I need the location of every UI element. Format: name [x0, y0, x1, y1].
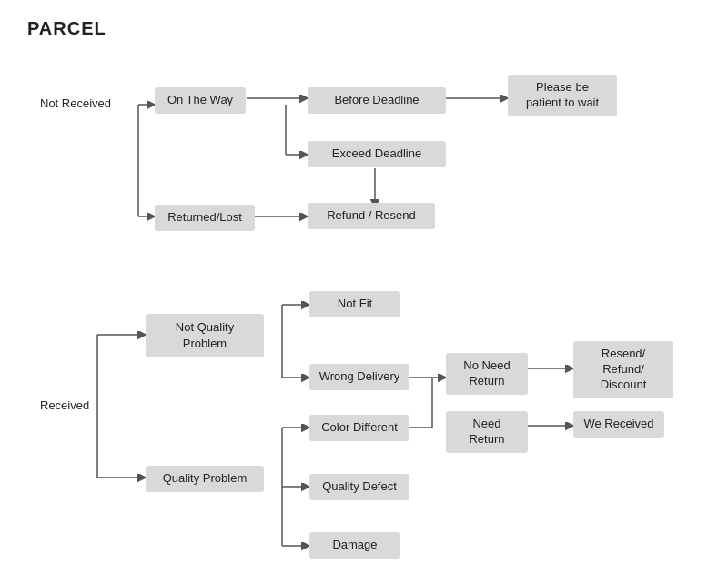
not-quality-problem-node: Not Quality Problem — [146, 314, 264, 357]
on-the-way-node: On The Way — [155, 87, 246, 114]
refund-resend-node: Refund / Resend — [308, 203, 435, 229]
no-need-return-node: No Need Return — [446, 353, 528, 395]
we-received-node: We Received — [573, 411, 664, 438]
color-different-node: Color Different — [309, 415, 410, 441]
page-title: PARCEL — [27, 18, 106, 39]
damage-node: Damage — [309, 532, 400, 559]
not-fit-node: Not Fit — [309, 291, 400, 317]
please-wait-node: Please be patient to wait — [508, 75, 617, 116]
wrong-delivery-node: Wrong Delivery — [309, 364, 410, 390]
quality-problem-node: Quality Problem — [146, 466, 264, 492]
before-deadline-node: Before Deadline — [308, 87, 446, 114]
quality-defect-node: Quality Defect — [309, 474, 410, 500]
exceed-deadline-node: Exceed Deadline — [308, 141, 446, 167]
resend-refund-discount-node: Resend/ Refund/ Discount — [573, 341, 673, 398]
need-return-node: Need Return — [446, 411, 528, 453]
returned-lost-node: Returned/Lost — [155, 205, 255, 231]
not-received-node: Not Received — [31, 91, 131, 117]
received-node: Received — [31, 393, 98, 419]
